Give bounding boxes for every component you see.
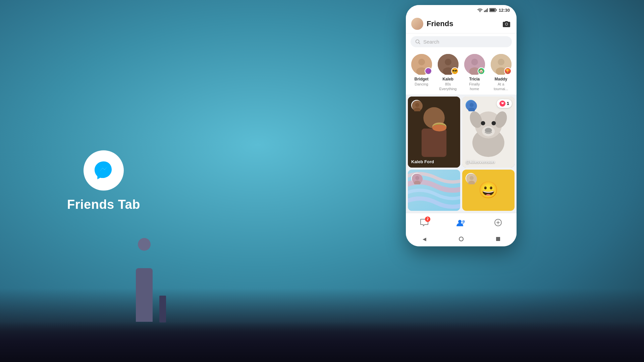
stories-section: 💜 Bridget Dancing (406, 51, 517, 95)
tripod (159, 296, 166, 322)
messenger-icon-circle (84, 150, 124, 191)
kaleb-ford-label: Kaleb Ford (411, 159, 434, 164)
kaleb-status: 80s Everything (438, 82, 459, 91)
search-icon (415, 39, 421, 45)
search-placeholder-text: Search (423, 39, 439, 45)
search-input-container[interactable]: Search (411, 36, 512, 47)
svg-point-48 (415, 176, 419, 180)
gradient-avatar-img (412, 174, 423, 184)
kilesvenson-card-avatar (466, 100, 476, 111)
battery-icon (489, 8, 497, 12)
svg-rect-27 (422, 128, 446, 157)
story-item-tricia[interactable]: 🏠 Tricia Finally home (464, 54, 485, 91)
chat-badge: 2 (425, 217, 430, 222)
notification-count: 1 (507, 101, 509, 106)
svg-point-53 (458, 220, 462, 223)
yellow-avatar-img (466, 174, 477, 184)
recents-square (496, 237, 500, 241)
app-header: Friends (406, 15, 517, 34)
home-circle (459, 237, 464, 241)
kaleb-avatar-wrapper: 😎 (438, 54, 459, 75)
phone-mockup: 12:30 Friends (406, 5, 517, 246)
tricia-avatar-wrapper: 🏠 (464, 54, 485, 75)
bridget-badge: 💜 (425, 67, 432, 75)
grid-row-2: 😀 (408, 170, 515, 211)
story-item-kaleb[interactable]: 😎 Kaleb 80s Everything (438, 54, 459, 91)
camera-button[interactable] (502, 19, 511, 28)
svg-rect-3 (485, 10, 486, 12)
kaleb-ford-avatar-img (412, 101, 423, 111)
yellow-card[interactable]: 😀 (462, 170, 515, 211)
speaker-body (136, 268, 153, 322)
story-item-bridget[interactable]: 💜 Bridget Dancing (411, 54, 432, 91)
audience-silhouette (0, 322, 644, 362)
android-recents-button[interactable] (493, 234, 503, 244)
svg-point-23 (498, 59, 504, 65)
maddy-avatar-wrapper: 🏆 (491, 54, 512, 75)
android-home-button[interactable] (456, 234, 466, 244)
notification-badge: ❤ 1 (497, 99, 512, 108)
bridget-status: Dancing (415, 82, 428, 86)
wifi-icon (477, 8, 483, 12)
android-nav: ◀ (406, 232, 517, 246)
friends-icon (457, 219, 466, 226)
bridget-name: Bridget (415, 77, 429, 81)
search-bar: Search (406, 34, 517, 51)
messenger-icon (92, 159, 115, 182)
compass-icon (494, 219, 502, 227)
user-profile-avatar[interactable] (411, 18, 423, 30)
svg-point-1 (480, 11, 480, 12)
svg-point-57 (497, 222, 499, 223)
stories-row: 💜 Bridget Dancing (411, 54, 512, 91)
gradient-card[interactable] (408, 170, 460, 211)
kaleb-ford-card-avatar (411, 100, 422, 111)
notification-heart: ❤ (499, 101, 505, 107)
nav-friends-button[interactable] (454, 215, 469, 230)
grid-row-1: Kaleb Ford (408, 97, 515, 168)
status-time: 12:30 (499, 8, 510, 13)
kilesvenson-avatar-img (466, 101, 477, 111)
svg-point-51 (470, 176, 474, 180)
yellow-card-avatar (466, 173, 476, 184)
status-bar: 12:30 (406, 5, 517, 15)
tricia-status: Finally home (464, 82, 485, 91)
header-left: Friends (411, 18, 453, 30)
camera-icon-svg (502, 20, 511, 27)
kaleb-badge: 😎 (451, 67, 459, 75)
tricia-badge: 🏠 (478, 67, 485, 75)
phone-screen: 12:30 Friends (406, 5, 517, 246)
svg-rect-7 (496, 9, 496, 11)
maddy-status: At a tournai... (491, 82, 512, 91)
profile-avatar-img (411, 18, 423, 30)
svg-point-54 (462, 220, 465, 223)
left-panel: Friends Tab (67, 150, 140, 212)
maddy-badge: 🏆 (504, 67, 512, 75)
status-icons (477, 8, 497, 12)
svg-point-10 (505, 23, 507, 25)
svg-point-42 (482, 126, 495, 136)
svg-point-30 (432, 124, 446, 131)
friends-tab-title: Friends Tab (67, 197, 140, 212)
svg-rect-2 (484, 11, 485, 12)
yellow-card-emoji: 😀 (478, 181, 498, 199)
svg-rect-4 (486, 9, 487, 12)
svg-rect-8 (490, 9, 495, 11)
kaleb-ford-card[interactable]: Kaleb Ford (408, 97, 460, 168)
kaleb-name: Kaleb (442, 77, 453, 81)
speaker-figure (127, 248, 161, 322)
nav-chat-button[interactable]: 2 (417, 215, 432, 230)
svg-point-32 (415, 103, 419, 107)
maddy-name: Maddy (494, 77, 507, 81)
story-item-maddy[interactable]: 🏆 Maddy At a tournai... (491, 54, 512, 91)
svg-point-20 (471, 59, 478, 65)
tricia-name: Tricia (469, 77, 480, 81)
gradient-card-avatar (411, 173, 422, 184)
nav-discover-button[interactable] (491, 215, 505, 230)
kilesvenson-label: @kilesvenson (466, 159, 495, 164)
svg-point-40 (492, 121, 496, 125)
app-header-title: Friends (427, 19, 453, 28)
svg-point-17 (445, 59, 451, 65)
content-grid: Kaleb Ford (406, 95, 517, 213)
android-back-button[interactable]: ◀ (419, 234, 429, 244)
kilesvenson-card[interactable]: ❤ 1 @kilesvenson (462, 97, 515, 168)
